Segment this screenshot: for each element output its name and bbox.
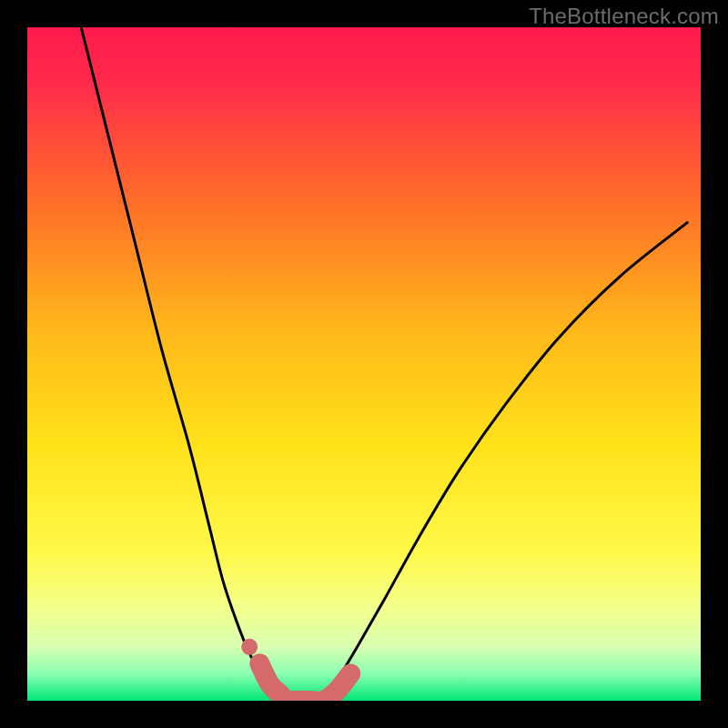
gradient-background: [27, 27, 701, 701]
plot-area: [27, 27, 701, 701]
chart-container: TheBottleneck.com: [0, 0, 728, 728]
chart-svg: [27, 27, 701, 701]
watermark-text: TheBottleneck.com: [529, 4, 719, 29]
highlight-dot: [241, 639, 258, 655]
